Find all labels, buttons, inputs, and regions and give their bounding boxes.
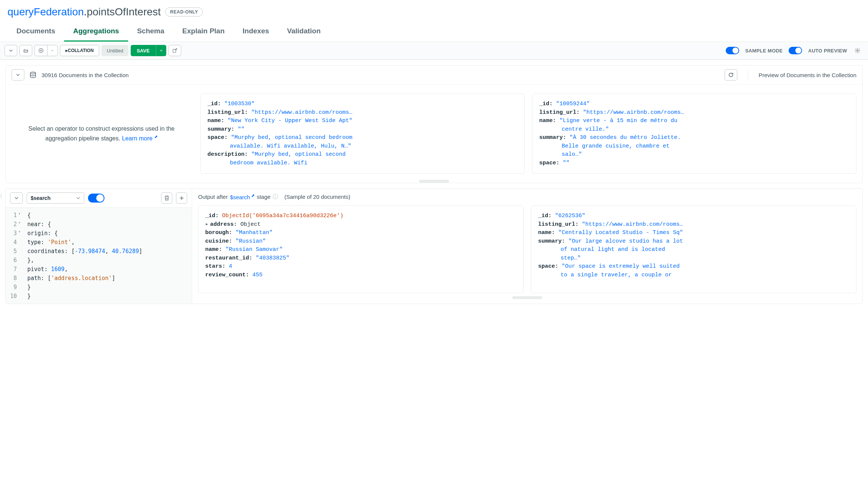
output-operator-link[interactable]: $search ⬈ — [230, 193, 254, 200]
editor-code[interactable]: { near: { origin: { type: 'Point', coord… — [24, 208, 192, 304]
sample-mode-label: SAMPLE MODE — [745, 48, 783, 54]
tab-documents[interactable]: Documents — [7, 27, 64, 42]
gear-icon — [855, 48, 861, 54]
tab-explain-plan[interactable]: Explain Plan — [173, 27, 234, 42]
drag-handle-icon[interactable]: ⦙⦙ — [0, 193, 1, 200]
save-button[interactable]: SAVE — [131, 45, 155, 56]
collection-header: queryFederation.pointsOfInterest READ-ON… — [0, 0, 868, 18]
new-pipeline-dropdown[interactable] — [4, 45, 17, 56]
stage-editor-pane: $search 1 ▾2 ▾3 ▾4 5 6 7 8 9 10 { near: … — [6, 189, 192, 304]
svg-rect-1 — [173, 49, 176, 53]
auto-preview-toggle[interactable] — [789, 47, 802, 54]
document-card[interactable]: _id: "1003530"listing_url: "https://www.… — [200, 94, 525, 174]
chevron-down-icon — [9, 49, 13, 52]
database-name[interactable]: queryFederation — [7, 6, 84, 18]
external-link-icon: ⬈ — [154, 134, 158, 139]
export-icon — [173, 48, 177, 53]
svg-point-3 — [30, 72, 36, 74]
collection-tabs: Documents Aggregations Schema Explain Pl… — [0, 18, 868, 42]
editor-gutter: 1 ▾2 ▾3 ▾4 5 6 7 8 9 10 — [6, 208, 24, 304]
pipeline-name-button[interactable]: Untitled — [101, 45, 128, 56]
toolbar-right: SAMPLE MODE AUTO PREVIEW — [726, 47, 864, 54]
stage-editor[interactable]: 1 ▾2 ▾3 ▾4 5 6 7 8 9 10 { near: { origin… — [6, 208, 192, 304]
plus-icon — [179, 196, 184, 200]
tab-schema[interactable]: Schema — [128, 27, 173, 42]
delete-stage-button[interactable] — [161, 192, 172, 204]
export-pipeline-button[interactable] — [169, 45, 181, 56]
document-card[interactable]: _id: "6262536"listing_url: "https://www.… — [531, 206, 856, 293]
svg-point-2 — [857, 50, 858, 51]
breadcrumb: queryFederation.pointsOfInterest READ-ON… — [7, 6, 861, 18]
info-icon[interactable]: ⓘ — [273, 193, 278, 200]
documents-count: 30916 Documents in the Collection — [42, 72, 129, 78]
pipeline-stage: ⦙⦙ $search 1 ▾2 ▾3 ▾4 5 6 7 8 9 10 { nea… — [5, 188, 863, 304]
horizontal-scrollbar[interactable] — [419, 180, 449, 183]
source-preview-cards: _id: "1003530"listing_url: "https://www.… — [200, 94, 856, 174]
pipeline-toolbar: ▸ COLLATION Untitled SAVE SAMPLE MODE AU… — [0, 42, 868, 60]
source-documents-panel: 30916 Documents in the Collection Previe… — [5, 65, 863, 183]
source-panel-header: 30916 Documents in the Collection Previe… — [6, 66, 862, 85]
auto-preview-label: AUTO PREVIEW — [808, 48, 847, 54]
add-stage-button[interactable] — [34, 45, 47, 56]
save-group: SAVE — [131, 45, 166, 56]
external-link-icon: ⬈ — [250, 193, 255, 198]
chevron-down-icon — [160, 49, 163, 52]
database-icon — [30, 72, 36, 78]
operator-info: Select an operator to construct expressi… — [12, 94, 191, 174]
sample-mode-toggle[interactable] — [726, 47, 739, 54]
add-stage-dropdown[interactable] — [47, 45, 58, 56]
collection-name: pointsOfInterest — [87, 6, 161, 18]
document-card[interactable]: _id: "10059244"listing_url: "https://www… — [532, 94, 856, 174]
open-pipeline-button[interactable] — [19, 45, 32, 56]
tab-aggregations[interactable]: Aggregations — [64, 27, 128, 42]
horizontal-scrollbar[interactable] — [512, 296, 542, 299]
add-after-stage-button[interactable] — [176, 192, 187, 204]
document-card[interactable]: _id: ObjectId('6095a34a7c34416a90d3226e'… — [198, 206, 523, 293]
learn-more-link[interactable]: Learn more ⬈ — [122, 135, 158, 142]
settings-button[interactable] — [855, 48, 861, 54]
stage-output-pane: Output after $search ⬈ stage ⓘ (Sample o… — [192, 189, 862, 304]
add-stage-group — [34, 45, 58, 56]
save-dropdown[interactable] — [156, 45, 166, 56]
preview-label: Preview of Documents in the Collection — [759, 72, 856, 78]
trash-icon — [164, 195, 169, 201]
divider — [748, 70, 748, 80]
tab-indexes[interactable]: Indexes — [234, 27, 278, 42]
readonly-badge: READ-ONLY — [165, 7, 203, 16]
chevron-down-icon — [16, 74, 20, 76]
folder-open-icon — [24, 48, 28, 53]
operator-select[interactable]: $search — [27, 192, 84, 204]
chevron-down-icon — [76, 197, 80, 199]
collapse-source-button[interactable] — [12, 69, 24, 81]
plus-circle-icon — [39, 48, 43, 53]
output-preview-cards: _id: ObjectId('6095a34a7c34416a90d3226e'… — [198, 206, 856, 293]
stage-output-header: Output after $search ⬈ stage ⓘ (Sample o… — [198, 193, 856, 206]
chevron-down-icon — [15, 197, 18, 199]
stage-header: $search — [6, 189, 192, 208]
source-panel-body: Select an operator to construct expressi… — [6, 85, 862, 178]
refresh-button[interactable] — [725, 69, 737, 81]
stage-enabled-toggle[interactable] — [88, 194, 104, 203]
collation-button[interactable]: ▸ COLLATION — [60, 45, 99, 56]
collapse-stage-button[interactable] — [10, 192, 23, 204]
tab-validation[interactable]: Validation — [278, 27, 330, 42]
refresh-icon — [728, 72, 734, 78]
chevron-down-icon — [51, 49, 54, 52]
